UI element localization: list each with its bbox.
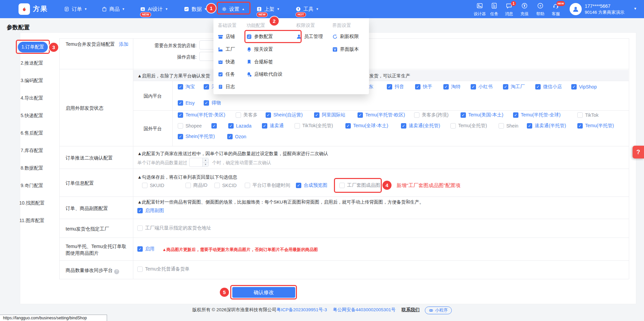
- platform-checkbox-item[interactable]: 速卖通: [262, 123, 284, 129]
- checkbox-checked-icon[interactable]: [461, 112, 466, 118]
- checkbox-checked-icon[interactable]: [471, 84, 476, 90]
- menu-item-shop[interactable]: 店铺: [218, 34, 235, 40]
- brand-name[interactable]: 方果: [33, 4, 48, 13]
- checkbox-unchecked-icon[interactable]: [450, 123, 456, 129]
- checkbox-unchecked-icon[interactable]: [137, 266, 143, 272]
- checkbox-checked-icon[interactable]: [262, 123, 267, 129]
- platform-checkbox-item[interactable]: [211, 123, 219, 129]
- order-info-option[interactable]: SKCID: [214, 183, 237, 188]
- nav-menu-orders[interactable]: 订单▼: [64, 0, 87, 18]
- avatar[interactable]: [570, 3, 582, 15]
- platform-checkbox-item[interactable]: 速卖通(全托管): [401, 123, 440, 129]
- checkbox-checked-icon[interactable]: [358, 112, 363, 118]
- sidebar-item-findimg-config[interactable]: 10.找图配置: [10, 200, 54, 206]
- checkbox-unchecked-icon[interactable]: [577, 112, 583, 118]
- sidebar-item-export-config[interactable]: 4.导出配置: [10, 95, 54, 101]
- confirm-button[interactable]: 确认修改: [232, 287, 295, 298]
- menu-item-customs[interactable]: 报关设置: [246, 46, 273, 52]
- platform-checkbox-item[interactable]: Temu(半托管-全球): [513, 112, 561, 118]
- platform-checkbox-item[interactable]: Temu(全球-本土): [345, 123, 388, 129]
- checkbox-checked-icon[interactable]: [296, 183, 301, 188]
- checkbox-checked-icon[interactable]: [535, 84, 541, 90]
- checkbox-checked-icon[interactable]: [401, 123, 406, 129]
- platform-checkbox-item[interactable]: 小红书: [471, 84, 493, 90]
- menu-item-express[interactable]: 快递: [218, 59, 235, 65]
- platform-checkbox-item[interactable]: 快手: [415, 84, 432, 90]
- checkbox-checked-icon[interactable]: [527, 123, 532, 129]
- platform-checkbox-item[interactable]: 美客多: [236, 112, 258, 118]
- platform-checkbox-item[interactable]: Temu(半托管-美区): [178, 112, 225, 118]
- checkbox-checked-icon[interactable]: [178, 100, 183, 106]
- enable-sub-image-checkbox[interactable]: 启用副图: [137, 208, 164, 213]
- checkbox-checked-icon[interactable]: [228, 123, 234, 129]
- platform-checkbox-item[interactable]: 微信小店: [535, 84, 562, 90]
- platform-checkbox-item[interactable]: Shopee: [178, 123, 202, 129]
- sidebar-item-qimen-config[interactable]: 9.奇门配置: [10, 183, 54, 189]
- menu-item-eu-rep[interactable]: 店铺欧代自设: [246, 71, 282, 77]
- checkbox-checked-icon[interactable]: [178, 134, 183, 139]
- sidebar-item-data-config[interactable]: 8.数据配置: [10, 165, 54, 171]
- platform-checkbox-item[interactable]: Etsy: [178, 100, 195, 106]
- qty-sync-checkbox[interactable]: Temu全托普通备货单: [137, 266, 190, 272]
- checkbox-checked-icon[interactable]: [204, 84, 209, 90]
- mini-program-button[interactable]: 小程序: [425, 307, 452, 314]
- nav-menu-data[interactable]: 数据▼: [184, 0, 207, 18]
- checkbox-unchecked-icon[interactable]: [178, 123, 183, 129]
- order-info-option-factory-image[interactable]: 工厂套图成品图: [339, 183, 380, 188]
- quick-help[interactable]: ? 帮助: [533, 2, 548, 17]
- checkbox-checked-icon[interactable]: [137, 246, 143, 252]
- platform-checkbox-item[interactable]: Lazada: [228, 123, 251, 129]
- platform-checkbox-item[interactable]: 得物: [204, 100, 221, 106]
- checkbox-unchecked-icon[interactable]: [137, 225, 143, 231]
- add-link[interactable]: 添加: [119, 41, 128, 47]
- menu-item-param-config[interactable]: 参数配置: [246, 34, 273, 40]
- police-link[interactable]: 粤公网安备44030002005301号: [333, 307, 396, 312]
- checkbox-unchecked-icon[interactable]: [236, 112, 241, 118]
- checkbox-checked-icon[interactable]: [178, 84, 183, 90]
- checkbox-unchecked-icon[interactable]: [142, 183, 147, 188]
- account-info[interactable]: 177****5667 90146 方果商家演示: [585, 3, 624, 15]
- nav-menu-settings[interactable]: 设置▲: [222, 0, 245, 18]
- checkbox-checked-icon[interactable]: [503, 84, 508, 90]
- checkbox-checked-icon[interactable]: [137, 208, 143, 213]
- platform-checkbox-item[interactable]: Temu(美国-本土): [461, 112, 503, 118]
- checkbox-unchecked-icon[interactable]: [295, 123, 300, 129]
- checkbox-checked-icon[interactable]: [345, 123, 351, 129]
- checkbox-checked-icon[interactable]: [387, 84, 392, 90]
- order-info-option[interactable]: 平台订单创建时间: [245, 183, 290, 188]
- checkbox-checked-icon[interactable]: [415, 84, 420, 90]
- platform-checkbox-item[interactable]: TikTok: [577, 112, 599, 118]
- platform-checkbox-item[interactable]: VipShop: [571, 84, 597, 90]
- quantity-stepper[interactable]: ▲▼: [189, 158, 209, 167]
- sidebar-item-order-config-active[interactable]: 1.订单配置: [18, 42, 48, 52]
- stepper-down-icon[interactable]: ▼: [203, 163, 208, 167]
- platform-checkbox-item[interactable]: 速卖通(半托管): [527, 123, 566, 129]
- platform-checkbox-item[interactable]: Ozon: [227, 134, 246, 139]
- menu-item-task[interactable]: 任务: [218, 71, 235, 77]
- checkbox-checked-icon[interactable]: [443, 84, 449, 90]
- menu-item-factory[interactable]: 工厂: [218, 46, 235, 52]
- floating-help-button[interactable]: ?: [633, 146, 644, 158]
- quick-tasks[interactable]: 任务: [486, 2, 502, 17]
- enable-temu-image-checkbox[interactable]: 启用: [137, 246, 155, 252]
- quick-messages[interactable]: 1 消息: [501, 2, 517, 17]
- quick-recharge[interactable]: 充值: [517, 2, 532, 17]
- sidebar-item-express-config[interactable]: 5.快递配置: [10, 113, 54, 119]
- checkbox-unchecked-icon[interactable]: [339, 183, 345, 188]
- checkbox-unchecked-icon[interactable]: [185, 183, 191, 188]
- platform-checkbox-item[interactable]: 抖音: [387, 84, 404, 90]
- sidebar-item-code-config[interactable]: 3.编码配置: [10, 78, 54, 84]
- checkbox-checked-icon[interactable]: [204, 100, 209, 106]
- order-info-option[interactable]: 合成预览图: [296, 183, 327, 188]
- platform-checkbox-item[interactable]: 淘工厂: [503, 84, 525, 90]
- sidebar-item-push-config[interactable]: 2.推送配置: [10, 60, 54, 66]
- quick-designer[interactable]: 设计器: [472, 2, 487, 17]
- checkbox-checked-icon[interactable]: [513, 112, 518, 118]
- stepper-up-icon[interactable]: ▲: [203, 158, 208, 163]
- quick-service[interactable]: NEW 客服: [548, 2, 564, 17]
- checkbox-checked-icon[interactable]: [227, 134, 233, 139]
- checkbox-checked-icon[interactable]: [178, 112, 183, 118]
- platform-checkbox-item[interactable]: Shein(半托管): [178, 134, 215, 139]
- contact-us-link[interactable]: 联系我们: [402, 307, 420, 312]
- platform-checkbox-item[interactable]: Shein: [499, 123, 518, 129]
